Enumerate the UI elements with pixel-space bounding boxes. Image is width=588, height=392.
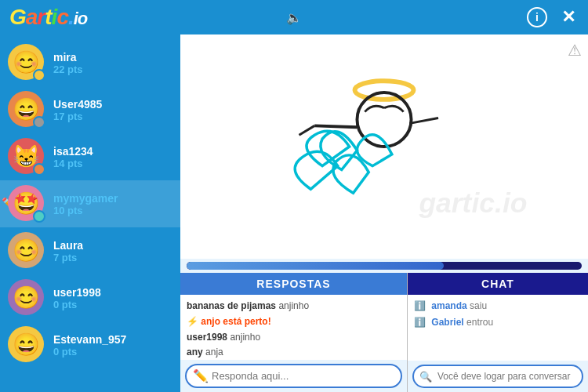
- respostas-tab[interactable]: RESPOSTAS: [180, 273, 407, 295]
- main-layout: 😊 mira 22 pts 😄 User4985 17 pts 😸: [0, 34, 588, 392]
- info-button[interactable]: i: [527, 7, 547, 27]
- respostas-section: RESPOSTAS bananas de pijamas anjinho ⚡ a…: [180, 273, 408, 392]
- chat-section: CHAT ℹ️ amanda saiu ℹ️ Gabriel entrou: [408, 273, 588, 392]
- message-line: ⚡ anjo está perto!: [187, 315, 401, 328]
- player-info: User4985 17 pts: [53, 98, 102, 122]
- player-info: Estevann_957 0 pts: [53, 333, 126, 358]
- players-sidebar: 😊 mira 22 pts 😄 User4985 17 pts 😸: [0, 34, 180, 392]
- player-pts: 10 pts: [53, 205, 118, 216]
- player-pts: 7 pts: [53, 252, 83, 263]
- player-info: Laura 7 pts: [53, 239, 83, 263]
- answer-input-wrap: ✏️: [180, 360, 407, 392]
- svg-point-0: [355, 81, 414, 100]
- avatar: 😄: [8, 326, 44, 362]
- answer-input[interactable]: [185, 364, 402, 388]
- rank-badge: [33, 69, 45, 82]
- message-line: any anja: [187, 346, 401, 359]
- chat-action: saiu: [470, 300, 487, 311]
- message-line: user1998 anjinho: [187, 331, 401, 344]
- player-info: isa1234 14 pts: [53, 145, 93, 169]
- header: Gartic.io 🔈 i ✕: [0, 0, 588, 34]
- sound-icon: 🔈: [286, 11, 302, 24]
- player-item[interactable]: 😄 Estevann_957 0 pts: [0, 321, 180, 368]
- chat-tab[interactable]: CHAT: [408, 273, 588, 295]
- msg-user: any: [187, 347, 203, 358]
- player-name: isa1234: [53, 145, 93, 158]
- sound-control[interactable]: 🔈: [286, 10, 302, 25]
- player-pts: 17 pts: [53, 111, 102, 122]
- close-button[interactable]: ✕: [558, 7, 579, 27]
- chat-messages: ℹ️ amanda saiu ℹ️ Gabriel entrou: [408, 295, 588, 361]
- msg-text: anja: [205, 347, 223, 358]
- svg-line-3: [299, 125, 315, 135]
- player-name: Estevann_957: [53, 333, 126, 346]
- player-pts: 0 pts: [53, 299, 101, 310]
- respostas-messages: bananas de pijamas anjinho ⚡ anjo está p…: [180, 295, 407, 360]
- player-name: user1998: [53, 286, 101, 299]
- msg-text: anjinho: [278, 300, 309, 311]
- progress-fill: [187, 262, 444, 270]
- msg-user: bananas de pijamas: [187, 300, 276, 311]
- info-icon: ℹ️: [414, 300, 426, 311]
- chat-username: amanda: [431, 300, 466, 311]
- avatar-wrap: 😄: [8, 326, 45, 364]
- avatar-wrap: 😊: [8, 44, 45, 82]
- player-info: user1998 0 pts: [53, 286, 101, 310]
- chat-input-wrap: 🔍: [408, 361, 588, 392]
- search-icon: 🔍: [419, 371, 432, 383]
- rank-badge: [33, 163, 45, 176]
- rank-badge: [33, 116, 45, 129]
- progress-bar: [187, 262, 582, 270]
- player-name: mymygamer: [53, 192, 118, 205]
- player-item[interactable]: 😊 mira 22 pts: [0, 39, 180, 86]
- msg-user: user1998: [187, 332, 227, 343]
- chat-action: entrou: [466, 317, 493, 328]
- avatar-wrap: 🤩: [8, 185, 45, 223]
- svg-text:gartic.io: gartic.io: [418, 187, 527, 219]
- player-item[interactable]: 😊 user1998 0 pts: [0, 274, 180, 321]
- player-name: User4985: [53, 98, 102, 111]
- drawing-svg: gartic.io: [180, 34, 588, 259]
- info-icon: ℹ️: [414, 317, 426, 328]
- avatar: 😊: [8, 279, 44, 315]
- player-item[interactable]: 😸 isa1234 14 pts: [0, 133, 180, 180]
- player-name: mira: [53, 51, 83, 64]
- svg-line-2: [314, 125, 357, 127]
- avatar-wrap: 😊: [8, 279, 45, 317]
- avatar-wrap: 😸: [8, 138, 45, 176]
- chat-input[interactable]: [412, 365, 583, 388]
- player-pts: 0 pts: [53, 346, 126, 358]
- player-pts: 14 pts: [53, 158, 93, 169]
- avatar: 😊: [8, 232, 44, 268]
- lightning-icon: ⚡: [187, 316, 201, 327]
- svg-line-4: [410, 118, 438, 124]
- right-panel: ⚠: [180, 34, 588, 392]
- avatar-wrap: 😄: [8, 91, 45, 129]
- player-info: mymygamer 10 pts: [53, 192, 118, 216]
- chat-username: Gabriel: [431, 317, 463, 328]
- player-item[interactable]: 😄 User4985 17 pts: [0, 86, 180, 133]
- bottom-panel: RESPOSTAS bananas de pijamas anjinho ⚡ a…: [180, 273, 588, 392]
- logo: Gartic.io: [9, 5, 87, 30]
- drawing-canvas: ⚠: [180, 34, 588, 259]
- chat-input-container: 🔍: [412, 365, 583, 388]
- player-name: Laura: [53, 239, 83, 252]
- player-item[interactable]: 😊 Laura 7 pts: [0, 227, 180, 274]
- player-info: mira 22 pts: [53, 51, 83, 75]
- player-item-active[interactable]: ✏️ 🤩 mymygamer 10 pts: [0, 180, 180, 227]
- chat-message: ℹ️ Gabriel entrou: [414, 316, 582, 329]
- message-line: bananas de pijamas anjinho: [187, 299, 401, 313]
- warning-icon[interactable]: ⚠: [568, 41, 582, 60]
- pencil-input-icon: ✏️: [193, 368, 209, 383]
- chat-message: ℹ️ amanda saiu: [414, 299, 582, 313]
- rank-badge: [33, 210, 45, 223]
- avatar-wrap: 😊: [8, 232, 45, 270]
- player-pts: 22 pts: [53, 64, 83, 75]
- msg-highlight: anjo está perto!: [201, 316, 270, 327]
- msg-text: anjinho: [230, 332, 260, 343]
- answer-input-container: ✏️: [185, 364, 402, 388]
